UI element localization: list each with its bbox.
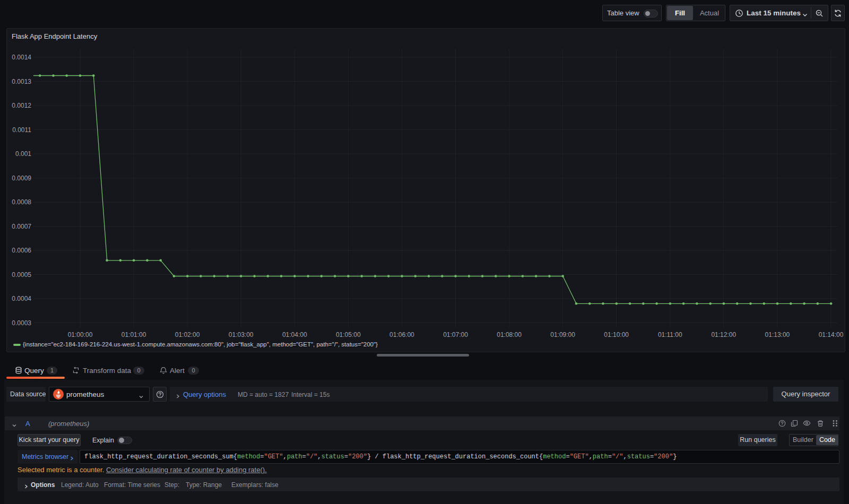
svg-text:0.0007: 0.0007 bbox=[12, 223, 31, 230]
svg-text:0.0003: 0.0003 bbox=[12, 319, 31, 327]
svg-text:0.0012: 0.0012 bbox=[12, 102, 31, 109]
svg-text:0.0006: 0.0006 bbox=[12, 247, 31, 254]
svg-text:01:13:00: 01:13:00 bbox=[765, 331, 790, 338]
svg-text:01:03:00: 01:03:00 bbox=[229, 331, 254, 338]
svg-text:01:08:00: 01:08:00 bbox=[497, 331, 522, 338]
svg-text:01:04:00: 01:04:00 bbox=[282, 331, 307, 338]
svg-text:01:02:00: 01:02:00 bbox=[175, 331, 200, 338]
svg-text:01:00:00: 01:00:00 bbox=[68, 331, 93, 338]
svg-text:0.0011: 0.0011 bbox=[12, 126, 31, 134]
svg-text:01:07:00: 01:07:00 bbox=[443, 331, 468, 338]
svg-text:0.0005: 0.0005 bbox=[12, 271, 31, 279]
svg-text:0.0004: 0.0004 bbox=[12, 295, 31, 302]
svg-text:01:12:00: 01:12:00 bbox=[711, 331, 736, 338]
svg-text:0.001: 0.001 bbox=[15, 150, 31, 158]
svg-text:01:14:00: 01:14:00 bbox=[819, 331, 844, 338]
svg-text:0.0008: 0.0008 bbox=[12, 198, 31, 206]
svg-text:01:01:00: 01:01:00 bbox=[122, 331, 146, 338]
svg-text:01:06:00: 01:06:00 bbox=[389, 331, 414, 338]
svg-text:01:09:00: 01:09:00 bbox=[550, 331, 575, 338]
svg-text:0.0013: 0.0013 bbox=[12, 78, 31, 85]
svg-text:0.0014: 0.0014 bbox=[12, 54, 31, 61]
svg-text:01:05:00: 01:05:00 bbox=[336, 331, 361, 338]
svg-text:01:10:00: 01:10:00 bbox=[604, 331, 629, 338]
svg-text:01:11:00: 01:11:00 bbox=[658, 331, 682, 338]
svg-text:0.0009: 0.0009 bbox=[12, 175, 31, 182]
